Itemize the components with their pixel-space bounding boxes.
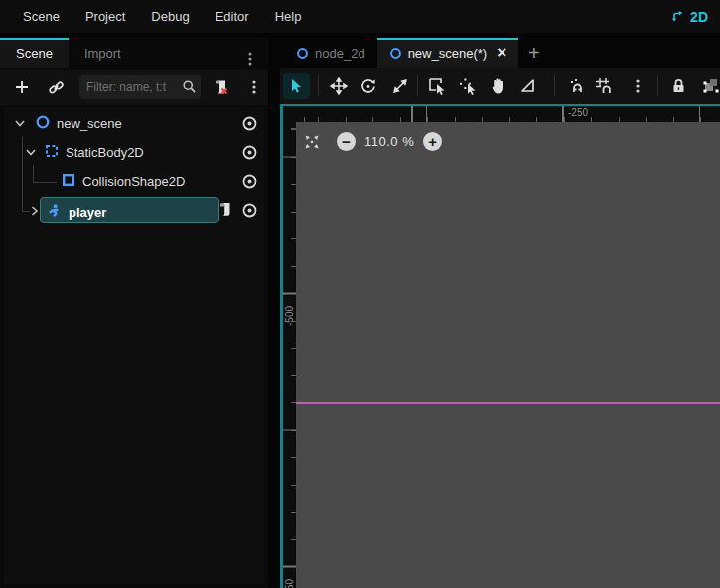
visibility-eye-icon[interactable] [241,144,258,161]
scene-tree-menu-icon[interactable] [240,74,268,101]
tree-label-player: player [69,205,106,220]
workspace-switcher[interactable]: 2D [670,0,708,33]
list-select-icon [428,77,447,95]
chevron-down-icon[interactable] [14,118,26,128]
visibility-eye-icon[interactable] [241,115,258,132]
link-icon [48,79,65,96]
search-icon [182,79,197,94]
tree-label-staticbody2d: StaticBody2D [66,145,144,160]
toolbar-separator [417,75,418,96]
rotate-tool-button[interactable] [355,73,381,99]
add-node-button[interactable] [8,74,36,101]
scene-tab-node-2d[interactable]: node_2d [284,38,377,68]
visibility-eye-icon[interactable] [241,202,258,219]
tree-row-collisionshape2d[interactable]: CollisionShape2D [4,167,264,196]
center-view-icon[interactable] [304,134,320,150]
zoom-out-button[interactable]: − [337,132,356,151]
dock-menu-icon[interactable] [236,45,264,73]
tab-import[interactable]: Import [69,38,137,68]
canvas-toolbar [280,68,720,104]
menu-debug[interactable]: Debug [140,3,200,30]
lock-icon [670,77,687,94]
selected-node-highlight: player [40,197,219,223]
magnet-icon [568,77,586,95]
tree-row-staticbody2d[interactable]: StaticBody2D [4,138,264,167]
tree-label-new-scene: new_scene [57,116,122,131]
grid-snap-button[interactable] [591,73,618,99]
toolbar-separator [318,75,319,96]
vertical-ruler: -500 -250 [283,122,296,588]
move-icon [330,77,348,95]
viewport-2d[interactable]: -250 -500 -250 − 110.0 % + [280,104,720,588]
workspace-2d-icon [670,9,685,24]
godot-editor-window: Scene Project Debug Editor Help 2D Scene… [0,0,720,588]
tree-row-player[interactable]: player [4,196,264,224]
toolbar-separator [657,75,658,96]
menu-project[interactable]: Project [74,3,136,30]
tree-label-collisionshape2d: CollisionShape2D [82,174,185,189]
toolbar-separator [554,75,555,96]
pan-hand-icon [490,77,506,95]
scale-icon [391,77,409,95]
visibility-eye-icon[interactable] [241,173,258,190]
chevron-right-icon[interactable] [30,205,39,217]
node2d-icon [389,47,402,60]
snap-options-menu-button[interactable] [624,73,650,99]
script-icon[interactable] [216,201,233,218]
scene-dock-toolbar [0,70,268,105]
script-remove-icon [213,79,229,96]
scene-dock: Scene Import [0,38,268,588]
instance-scene-button[interactable] [42,74,70,101]
grid-snap-icon [595,77,614,95]
select-tool-button[interactable] [283,73,310,99]
horizontal-ruler: -250 [296,106,720,122]
menu-editor[interactable]: Editor [205,3,260,30]
pan-tool-button[interactable] [485,73,511,99]
ruler-icon [519,77,536,94]
tab-scene[interactable]: Scene [0,38,69,68]
dots-vertical-icon [631,78,645,94]
close-tab-icon[interactable]: × [493,44,506,63]
group-node-button[interactable] [696,73,720,99]
zoom-in-button[interactable]: + [423,132,442,151]
smart-snap-button[interactable] [563,73,590,99]
menu-help[interactable]: Help [264,3,313,30]
staticbody2d-icon [44,143,60,159]
scene-filter [79,75,201,99]
viewport-rect-line [296,402,720,404]
canvas-2d[interactable]: − 110.0 % + [296,122,720,588]
zoom-level-label[interactable]: 110.0 % [364,134,414,149]
scale-tool-button[interactable] [386,73,413,99]
menubar: Scene Project Debug Editor Help 2D [0,0,720,33]
ruler-v-tick-label: -500 [284,306,295,326]
pivot-tool-button[interactable] [455,73,482,99]
scene-filter-input[interactable] [86,80,179,94]
scene-tab-label: new_scene(*) [408,46,488,61]
collisionshape2d-icon [61,172,76,188]
move-tool-button[interactable] [325,73,352,99]
scene-tab-label: node_2d [315,46,365,61]
lock-node-button[interactable] [665,73,692,99]
tree-row-new-scene[interactable]: new_scene [4,109,264,138]
ruler-tool-button[interactable] [514,73,541,99]
zoom-controls: − 110.0 % + [304,132,442,151]
list-select-tool-button[interactable] [424,73,451,99]
node2d-icon [35,114,51,130]
characterbody2d-icon [47,203,63,219]
dock-tab-bar: Scene Import [0,38,268,68]
ruler-h-tick-label: -250 [568,107,588,118]
detach-script-button[interactable] [207,74,234,101]
workspace-2d-label: 2D [690,9,708,25]
scene-tree: new_scene StaticBody2D [4,107,264,584]
chevron-down-icon[interactable] [25,147,37,157]
node2d-icon [296,47,309,60]
ruler-v-tick-label: -250 [284,579,295,588]
scene-tab-new-scene[interactable]: new_scene(*) × [377,38,518,68]
group-icon [701,77,719,94]
scene-tab-bar: node_2d new_scene(*) × + [280,38,720,68]
rotate-icon [360,77,377,95]
menu-scene[interactable]: Scene [12,3,71,30]
select-arrow-icon [288,77,305,94]
pivot-icon [459,77,478,95]
new-scene-tab-button[interactable]: + [518,38,550,68]
